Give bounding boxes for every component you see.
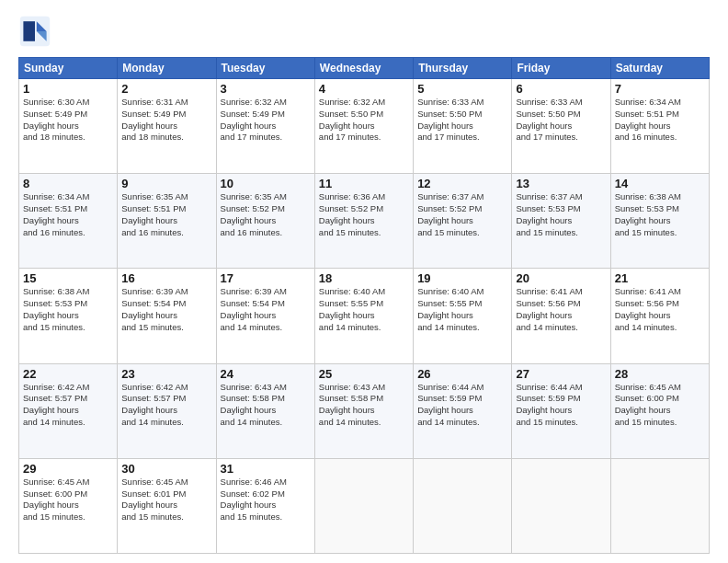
- sunrise-line: Sunrise: 6:40 AM: [417, 286, 507, 298]
- sunset-line: Sunset: 5:51 PM: [23, 203, 113, 215]
- daylight-detail-line: and 16 minutes.: [23, 227, 113, 239]
- calendar-cell: 26Sunrise: 6:44 AMSunset: 5:59 PMDayligh…: [414, 363, 512, 458]
- day-number: 5: [417, 82, 507, 96]
- calendar-cell: 25Sunrise: 6:43 AMSunset: 5:58 PMDayligh…: [314, 363, 413, 458]
- daylight-label-line: Daylight hours: [319, 215, 409, 227]
- col-header-sunday: Sunday: [19, 58, 118, 79]
- daylight-detail-line: and 16 minutes.: [221, 227, 311, 239]
- sunrise-line: Sunrise: 6:44 AM: [417, 382, 507, 394]
- sunset-line: Sunset: 5:58 PM: [221, 393, 311, 405]
- daylight-detail-line: and 17 minutes.: [516, 132, 606, 144]
- daylight-label-line: Daylight hours: [121, 500, 211, 511]
- daylight-label-line: Daylight hours: [23, 215, 113, 227]
- sunset-line: Sunset: 6:00 PM: [615, 393, 705, 405]
- sunset-line: Sunset: 5:51 PM: [615, 109, 705, 121]
- daylight-label-line: Daylight hours: [615, 121, 705, 132]
- daylight-label-line: Daylight hours: [615, 405, 705, 417]
- day-number: 31: [221, 462, 311, 476]
- day-number: 11: [319, 177, 409, 190]
- day-number: 1: [23, 82, 113, 96]
- daylight-detail-line: and 17 minutes.: [417, 132, 507, 144]
- daylight-detail-line: and 15 minutes.: [516, 227, 606, 239]
- calendar-cell: 16Sunrise: 6:39 AMSunset: 5:54 PMDayligh…: [118, 269, 216, 363]
- calendar-cell: 29Sunrise: 6:45 AMSunset: 6:00 PMDayligh…: [19, 458, 118, 553]
- day-number: 23: [121, 367, 211, 381]
- daylight-label-line: Daylight hours: [615, 215, 705, 227]
- day-number: 12: [417, 177, 507, 190]
- sunset-line: Sunset: 5:59 PM: [516, 393, 606, 405]
- day-number: 17: [221, 271, 311, 285]
- calendar-cell: 22Sunrise: 6:42 AMSunset: 5:57 PMDayligh…: [19, 363, 118, 458]
- sunset-line: Sunset: 5:51 PM: [121, 203, 211, 215]
- daylight-detail-line: and 14 minutes.: [319, 417, 409, 429]
- sunrise-line: Sunrise: 6:31 AM: [121, 97, 211, 109]
- calendar-cell: 17Sunrise: 6:39 AMSunset: 5:54 PMDayligh…: [216, 269, 314, 363]
- sunset-line: Sunset: 5:49 PM: [23, 109, 113, 121]
- daylight-detail-line: and 14 minutes.: [417, 417, 507, 429]
- sunrise-line: Sunrise: 6:42 AM: [121, 382, 211, 394]
- sunrise-line: Sunrise: 6:35 AM: [221, 191, 311, 203]
- col-header-tuesday: Tuesday: [216, 58, 314, 79]
- day-number: 21: [615, 271, 705, 285]
- week-row-1: 1Sunrise: 6:30 AMSunset: 5:49 PMDaylight…: [19, 79, 710, 174]
- sunset-line: Sunset: 5:53 PM: [516, 203, 606, 215]
- sunset-line: Sunset: 5:50 PM: [319, 109, 409, 121]
- daylight-detail-line: and 15 minutes.: [221, 511, 311, 523]
- sunrise-line: Sunrise: 6:44 AM: [516, 382, 606, 394]
- daylight-label-line: Daylight hours: [516, 310, 606, 322]
- daylight-label-line: Daylight hours: [615, 310, 705, 322]
- calendar-table: SundayMondayTuesdayWednesdayThursdayFrid…: [18, 57, 710, 554]
- sunrise-line: Sunrise: 6:34 AM: [23, 191, 113, 203]
- day-number: 28: [615, 367, 705, 381]
- daylight-detail-line: and 15 minutes.: [121, 322, 211, 334]
- sunrise-line: Sunrise: 6:37 AM: [516, 191, 606, 203]
- calendar-cell: 27Sunrise: 6:44 AMSunset: 5:59 PMDayligh…: [512, 363, 610, 458]
- sunrise-line: Sunrise: 6:41 AM: [615, 286, 705, 298]
- day-number: 2: [121, 82, 211, 96]
- sunrise-line: Sunrise: 6:41 AM: [516, 286, 606, 298]
- daylight-detail-line: and 15 minutes.: [23, 511, 113, 523]
- sunset-line: Sunset: 5:59 PM: [417, 393, 507, 405]
- sunset-line: Sunset: 5:52 PM: [319, 203, 409, 215]
- calendar-cell: 4Sunrise: 6:32 AMSunset: 5:50 PMDaylight…: [314, 79, 413, 174]
- sunset-line: Sunset: 5:49 PM: [121, 109, 211, 121]
- day-number: 20: [516, 271, 606, 285]
- sunrise-line: Sunrise: 6:37 AM: [417, 191, 507, 203]
- week-row-3: 15Sunrise: 6:38 AMSunset: 5:53 PMDayligh…: [19, 269, 710, 363]
- calendar-cell: 20Sunrise: 6:41 AMSunset: 5:56 PMDayligh…: [512, 269, 610, 363]
- sunrise-line: Sunrise: 6:45 AM: [23, 477, 113, 488]
- calendar-header-row: SundayMondayTuesdayWednesdayThursdayFrid…: [19, 58, 710, 79]
- daylight-label-line: Daylight hours: [417, 121, 507, 132]
- daylight-detail-line: and 16 minutes.: [121, 227, 211, 239]
- daylight-detail-line: and 14 minutes.: [23, 417, 113, 429]
- page: SundayMondayTuesdayWednesdayThursdayFrid…: [0, 0, 728, 563]
- day-number: 16: [121, 271, 211, 285]
- daylight-label-line: Daylight hours: [319, 121, 409, 132]
- day-number: 4: [319, 82, 409, 96]
- daylight-label-line: Daylight hours: [221, 405, 311, 417]
- day-number: 25: [319, 367, 409, 381]
- day-number: 15: [23, 271, 113, 285]
- daylight-detail-line: and 14 minutes.: [121, 417, 211, 429]
- calendar-cell: [610, 458, 709, 553]
- daylight-label-line: Daylight hours: [516, 405, 606, 417]
- sunrise-line: Sunrise: 6:45 AM: [615, 382, 705, 394]
- day-number: 8: [23, 177, 113, 190]
- sunset-line: Sunset: 5:55 PM: [417, 298, 507, 310]
- daylight-label-line: Daylight hours: [221, 121, 311, 132]
- daylight-label-line: Daylight hours: [417, 405, 507, 417]
- calendar-cell: 31Sunrise: 6:46 AMSunset: 6:02 PMDayligh…: [216, 458, 314, 553]
- daylight-detail-line: and 15 minutes.: [516, 417, 606, 429]
- calendar-cell: 30Sunrise: 6:45 AMSunset: 6:01 PMDayligh…: [118, 458, 216, 553]
- sunset-line: Sunset: 5:49 PM: [221, 109, 311, 121]
- sunset-line: Sunset: 5:54 PM: [221, 298, 311, 310]
- calendar-cell: 24Sunrise: 6:43 AMSunset: 5:58 PMDayligh…: [216, 363, 314, 458]
- sunset-line: Sunset: 5:53 PM: [615, 203, 705, 215]
- calendar-cell: 3Sunrise: 6:32 AMSunset: 5:49 PMDaylight…: [216, 79, 314, 174]
- sunrise-line: Sunrise: 6:32 AM: [221, 97, 311, 109]
- sunset-line: Sunset: 5:50 PM: [516, 109, 606, 121]
- day-number: 22: [23, 367, 113, 381]
- daylight-detail-line: and 17 minutes.: [221, 132, 311, 144]
- daylight-detail-line: and 15 minutes.: [615, 417, 705, 429]
- day-number: 10: [221, 177, 311, 190]
